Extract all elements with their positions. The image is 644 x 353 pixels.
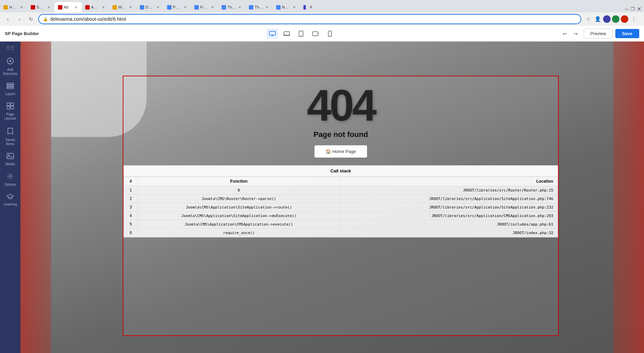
tab-favicon-project: [303, 5, 306, 10]
tab-label-this-is: This is...: [227, 5, 236, 9]
layers-icon: [6, 83, 14, 91]
lock-icon: 🔒: [43, 17, 48, 21]
cell-num: 4: [124, 212, 138, 220]
tab-theme[interactable]: Theme ✕: [245, 2, 273, 12]
star-icon[interactable]: ☆: [584, 15, 592, 23]
tab-favicon-anna-d: [85, 5, 90, 10]
address-bar-row: ‹ › ↻ 🔒 ☆ 👤 ⋮: [0, 12, 644, 26]
table-row: 2 Joomla\CMS\Router\Router->parse() JROO…: [124, 195, 558, 203]
viewport-laptop-button[interactable]: [281, 29, 293, 39]
back-button[interactable]: ‹: [3, 15, 12, 24]
save-button[interactable]: Save: [615, 29, 639, 38]
drag-handle[interactable]: ⠿⠿: [5, 44, 15, 52]
cell-loc: JROOT/libraries/src/Application/CMSAppli…: [340, 212, 558, 220]
sidebar-item-label-saved-items: SavedItems: [5, 138, 15, 146]
menu-icon[interactable]: ⋮: [630, 15, 638, 23]
ext2-icon[interactable]: [612, 15, 619, 23]
tab-bar: Home ✕ SP Pag... ✕ Ab ✕ Anna D... ✕ When…: [0, 0, 644, 12]
cell-fn: 0: [138, 186, 340, 195]
tab-label-anna-d: Anna D...: [91, 5, 100, 9]
cell-fn: Joomla\CMS\Application\SiteApplication->…: [138, 212, 340, 220]
svg-rect-0: [269, 31, 275, 35]
sidebar-item-saved-items[interactable]: SavedItems: [1, 125, 19, 149]
home-page-button[interactable]: 🏠 Home Page: [314, 145, 367, 158]
tab-when[interactable]: When... ✕: [109, 2, 136, 12]
tab-sp-page[interactable]: SP Pag... ✕: [27, 2, 55, 12]
viewport-tablet-button[interactable]: [295, 29, 307, 39]
table-row: 6 require_once() JROOT/index.php:32: [124, 229, 558, 237]
tab-anna-d[interactable]: Anna D... ✕: [82, 2, 109, 12]
undo-redo-group: ↩ ↪: [560, 29, 581, 39]
svg-rect-3: [284, 32, 289, 35]
tab-find-th[interactable]: Find Th... ✕: [191, 2, 218, 12]
tab-close-dashb[interactable]: ✕: [155, 5, 160, 10]
tab-home[interactable]: Home ✕: [0, 2, 27, 12]
viewport-desktop-button[interactable]: [267, 29, 278, 39]
tab-label-home: Home: [9, 5, 18, 9]
sidebar-item-label-options: Options: [4, 183, 16, 186]
viewport-tablet-wide-button[interactable]: [310, 29, 321, 39]
tab-this-is[interactable]: This is... ✕: [218, 2, 245, 12]
ext1-icon[interactable]: [603, 15, 611, 23]
call-stack-table: # Function Location 1 0 JROOT/libraries/…: [124, 176, 558, 237]
viewport-mobile-button[interactable]: [324, 29, 335, 39]
sidebar-item-label-media: Media: [5, 162, 15, 166]
call-stack-container: Call stack # Function Location 1 0 JROOT…: [123, 165, 558, 237]
cell-fn: Joomla\CMS\Router\Router->parse(): [138, 195, 340, 203]
maximize-button[interactable]: ❐: [631, 6, 635, 12]
redo-button[interactable]: ↪: [571, 29, 581, 39]
tab-close-ab[interactable]: ✕: [74, 5, 78, 10]
red-stripe-right: [613, 42, 644, 353]
tab-posts[interactable]: Posts ✓ ✕: [164, 2, 191, 12]
cell-fn: Joomla\CMS\Application\CMSApplication->e…: [138, 220, 340, 229]
reload-button[interactable]: ↻: [27, 15, 35, 24]
tab-label-find-th: Find Th...: [200, 5, 209, 9]
tab-close-when[interactable]: ✕: [128, 5, 133, 10]
tab-label-sp-page: SP Pag...: [36, 5, 45, 9]
close-window-button[interactable]: ✕: [637, 6, 641, 12]
cell-num: 6: [124, 229, 138, 237]
sidebar-item-media[interactable]: Media: [1, 150, 19, 169]
address-bar[interactable]: 🔒: [38, 14, 581, 24]
sidebar-item-page-layouts[interactable]: PageLayouts: [1, 100, 19, 123]
saved-items-icon: [7, 127, 13, 137]
tab-label-posts: Posts ✓: [173, 5, 181, 10]
tab-new-p[interactable]: New P... ✕: [273, 2, 300, 12]
tab-favicon-ab: [58, 5, 62, 10]
sidebar-item-label-add-elements: AddElements: [3, 68, 17, 76]
preview-button[interactable]: Preview: [584, 29, 612, 39]
minimize-button[interactable]: ─: [625, 6, 629, 12]
viewport-buttons: [46, 29, 556, 39]
tab-ab[interactable]: Ab ✕: [55, 2, 82, 12]
tab-dashb[interactable]: Dashb... ✕: [136, 2, 164, 12]
sidebar-item-add-elements[interactable]: AddElements: [1, 55, 19, 79]
svg-point-8: [317, 33, 318, 34]
tab-close-posts[interactable]: ✕: [183, 5, 188, 10]
sidebar-item-learning[interactable]: Learning: [1, 190, 19, 209]
tab-close-theme[interactable]: ✕: [265, 5, 269, 10]
options-icon: [7, 173, 14, 181]
col-header-function: Function: [138, 177, 340, 186]
cell-num: 3: [124, 203, 138, 212]
address-input[interactable]: [50, 16, 576, 22]
tab-close-home[interactable]: ✕: [19, 5, 24, 10]
svg-point-6: [301, 35, 301, 36]
cell-fn: Joomla\CMS\Application\SiteApplication->…: [138, 203, 340, 212]
tab-project[interactable]: Project ✕: [300, 2, 306, 12]
tab-close-new-p[interactable]: ✕: [292, 5, 297, 10]
tab-close-this-is[interactable]: ✕: [237, 5, 242, 10]
tab-close-find-th[interactable]: ✕: [210, 5, 215, 10]
sidebar-item-layers[interactable]: Layers: [1, 80, 19, 98]
profile-icon[interactable]: 👤: [594, 15, 602, 23]
tab-favicon-this-is: [222, 5, 226, 10]
undo-button[interactable]: ↩: [560, 29, 570, 39]
tab-close-anna-d[interactable]: ✕: [101, 5, 106, 10]
ext3-icon[interactable]: [621, 15, 628, 23]
cell-loc: JROOT/libraries/src/Application/SiteAppl…: [340, 195, 558, 203]
sidebar-item-options[interactable]: Options: [1, 170, 19, 189]
svg-rect-15: [7, 85, 14, 87]
tab-label-theme: Theme: [255, 5, 263, 9]
new-tab-button[interactable]: +: [306, 2, 316, 12]
tab-close-sp-page[interactable]: ✕: [46, 5, 51, 10]
forward-button[interactable]: ›: [15, 15, 24, 24]
